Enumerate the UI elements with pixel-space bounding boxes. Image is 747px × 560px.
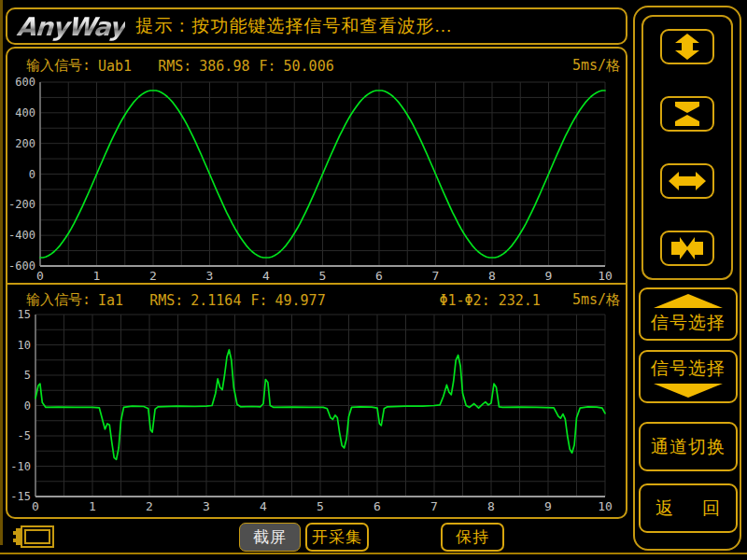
horizontal-expand-button[interactable] [660,163,714,199]
current-waveform-chart: 151050-5-10-15012345678910 [7,287,626,519]
svg-text:10: 10 [598,269,613,283]
triangle-down-icon [654,384,723,398]
signal-select-down-button[interactable]: 信号选择 [639,350,738,403]
horizontal-compress-button[interactable] [660,231,714,266]
svg-text:5: 5 [317,499,324,513]
screenshot-button[interactable]: 截屏 [239,523,301,552]
svg-text:600: 600 [15,76,35,89]
svg-text:4: 4 [262,269,270,283]
signal-select-up-label: 信号选择 [651,311,726,335]
svg-text:8: 8 [488,269,496,283]
svg-text:-400: -400 [8,229,35,242]
svg-text:5: 5 [24,369,31,382]
signal-select-up-button[interactable]: 信号选择 [639,287,738,341]
back-label-left: 返 [655,497,674,521]
svg-text:15: 15 [18,308,31,321]
svg-text:0: 0 [24,399,31,413]
svg-text:5: 5 [319,269,327,283]
svg-text:-15: -15 [10,490,31,503]
vertical-compress-button[interactable] [660,96,714,132]
title-bar: AnyWay 提示：按功能键选择信号和查看波形... [6,7,627,45]
svg-text:6: 6 [374,499,381,513]
triangle-up-icon [654,294,723,308]
svg-text:4: 4 [260,499,267,513]
status-message: 提示：按功能键选择信号和查看波形... [136,14,453,38]
svg-text:-600: -600 [8,259,35,273]
svg-text:7: 7 [432,269,440,283]
screen-bottom-edge [0,553,747,554]
signal-select-down-label: 信号选择 [651,357,726,381]
svg-text:0: 0 [36,269,44,283]
svg-text:9: 9 [545,269,553,283]
start-acquisition-button[interactable]: 开采集 [305,523,369,552]
compress-horizontal-icon [669,235,706,261]
back-button[interactable]: 返 回 [639,483,738,533]
back-label-right: 回 [702,497,721,521]
svg-text:1: 1 [89,499,96,513]
compress-vertical-icon [669,101,706,127]
svg-text:200: 200 [15,137,35,150]
svg-text:2: 2 [149,269,157,283]
svg-text:-200: -200 [8,198,35,211]
start-acquisition-label: 开采集 [312,526,362,548]
svg-text:8: 8 [487,499,495,513]
svg-text:2: 2 [146,499,153,513]
analyzer-screen: AnyWay 提示：按功能键选择信号和查看波形... 输入信号: Uab1 RM… [0,0,747,560]
expand-horizontal-icon [669,168,706,194]
svg-text:0: 0 [32,499,39,513]
channel-switch-button[interactable]: 通道切换 [639,422,738,471]
svg-text:10: 10 [598,499,613,513]
voltage-waveform-chart: 6004002000-200-400-600012345678910 [7,49,626,285]
vertical-expand-button[interactable] [660,29,714,64]
svg-text:3: 3 [206,269,214,283]
screenshot-label: 截屏 [253,526,287,548]
hold-button[interactable]: 保持 [441,523,504,552]
screen-left-edge [0,0,3,545]
svg-text:-10: -10 [10,460,31,473]
svg-text:0: 0 [29,168,35,181]
svg-text:10: 10 [18,339,31,352]
hold-label: 保持 [456,526,489,548]
svg-text:6: 6 [375,269,383,283]
anyway-logo: AnyWay [16,12,126,41]
svg-text:9: 9 [544,499,552,513]
expand-vertical-icon [669,34,706,60]
battery-icon [12,524,57,550]
svg-text:7: 7 [430,499,438,513]
svg-text:1: 1 [93,269,101,283]
waveform-zoom-button-group [641,15,733,280]
svg-text:3: 3 [203,499,210,513]
channel-switch-label: 通道切换 [651,435,726,459]
svg-text:400: 400 [15,106,35,119]
svg-text:-5: -5 [18,429,31,442]
